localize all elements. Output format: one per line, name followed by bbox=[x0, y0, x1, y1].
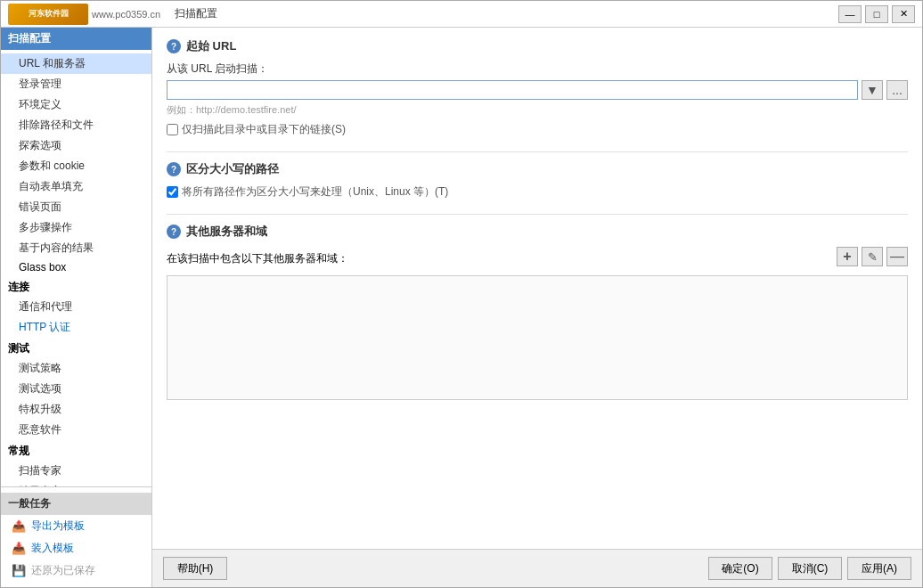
case-sensitive-icon: ? bbox=[167, 162, 181, 176]
sidebar-item-error-page[interactable]: 错误页面 bbox=[1, 197, 151, 217]
sidebar-item-url-server[interactable]: URL 和服务器 bbox=[1, 53, 151, 74]
sidebar-item-params-cookie[interactable]: 参数和 cookie bbox=[1, 156, 151, 176]
servers-field-row: 在该扫描中包含以下其他服务器和域： + ✎ — bbox=[167, 247, 908, 270]
other-servers-title: ? 其他服务器和域 bbox=[167, 224, 908, 240]
sidebar-item-glass-box[interactable]: Glass box bbox=[1, 258, 151, 276]
help-button[interactable]: 帮助(H) bbox=[163, 557, 227, 580]
restore-icon: 💾 bbox=[12, 564, 26, 578]
other-servers-icon: ? bbox=[167, 225, 181, 239]
divider-1 bbox=[167, 151, 908, 152]
titlebar-left: 河东软件园 www.pc0359.cn 扫描配置 bbox=[8, 4, 217, 25]
divider-2 bbox=[167, 214, 908, 215]
close-button[interactable]: ✕ bbox=[892, 5, 915, 23]
window-title: 扫描配置 bbox=[175, 6, 217, 21]
sidebar-item-scan-expert[interactable]: 扫描专家 bbox=[1, 461, 151, 481]
start-url-section: ? 起始 URL 从该 URL 启动扫描： ▼ ... 例如：http://de… bbox=[167, 38, 908, 137]
url-dropdown-btn[interactable]: ▼ bbox=[862, 80, 883, 100]
nav-section-connect: 连接 bbox=[1, 276, 151, 297]
other-servers-heading: 其他服务器和域 bbox=[186, 224, 267, 240]
case-sensitive-heading: 区分大小写的路径 bbox=[186, 161, 279, 177]
apply-button[interactable]: 应用(A) bbox=[847, 557, 911, 580]
sidebar-item-exclude[interactable]: 排除路径和文件 bbox=[1, 115, 151, 135]
tasks-header: 一般任务 bbox=[1, 493, 151, 515]
sidebar-item-login[interactable]: 登录管理 bbox=[1, 74, 151, 94]
load-icon: 📥 bbox=[12, 542, 26, 556]
export-icon: 📤 bbox=[12, 519, 26, 534]
restore-saved-label: 还原为已保存 bbox=[31, 563, 95, 578]
edit-server-btn[interactable]: ✎ bbox=[862, 247, 883, 266]
logo: 河东软件园 bbox=[8, 4, 88, 25]
sidebar-item-http-auth[interactable]: HTTP 认证 bbox=[1, 317, 151, 338]
add-server-btn[interactable]: + bbox=[837, 247, 858, 266]
sidebar: 扫描配置 URL 和服务器 登录管理 环境定义 排除路径和文件 探索选项 参数和… bbox=[1, 28, 152, 587]
load-template-label: 装入模板 bbox=[31, 541, 74, 556]
sidebar-item-content-result[interactable]: 基于内容的结果 bbox=[1, 238, 151, 258]
sidebar-item-auto-form[interactable]: 自动表单填充 bbox=[1, 176, 151, 197]
start-url-heading: 起始 URL bbox=[186, 38, 236, 54]
case-sensitive-row: 将所有路径作为区分大小写来处理（Unix、Linux 等）(T) bbox=[167, 184, 908, 200]
case-sensitive-title: ? 区分大小写的路径 bbox=[167, 161, 908, 177]
export-template-label: 导出为模板 bbox=[31, 519, 85, 534]
other-servers-section: ? 其他服务器和域 在该扫描中包含以下其他服务器和域： + ✎ — bbox=[167, 224, 908, 400]
export-template-item[interactable]: 📤 导出为模板 bbox=[1, 515, 151, 537]
site-url: www.pc0359.cn bbox=[92, 9, 160, 20]
sidebar-header: 扫描配置 bbox=[1, 28, 151, 50]
sidebar-item-env[interactable]: 环境定义 bbox=[1, 94, 151, 115]
nav-section-general: 常规 bbox=[1, 440, 151, 461]
servers-field-label: 在该扫描中包含以下其他服务器和域： bbox=[167, 251, 348, 266]
case-sensitive-section: ? 区分大小写的路径 将所有路径作为区分大小写来处理（Unix、Linux 等）… bbox=[167, 161, 908, 200]
remove-server-btn[interactable]: — bbox=[886, 247, 908, 266]
case-sensitive-label: 将所有路径作为区分大小写来处理（Unix、Linux 等）(T) bbox=[182, 184, 448, 200]
bottom-bar: 帮助(H) 确定(O) 取消(C) 应用(A) bbox=[152, 549, 922, 587]
start-url-input[interactable] bbox=[167, 80, 858, 100]
start-url-input-row: ▼ ... bbox=[167, 80, 908, 100]
sidebar-item-malware[interactable]: 恶意软件 bbox=[1, 420, 151, 440]
scan-links-only-row: 仅扫描此目录中或目录下的链接(S) bbox=[167, 122, 908, 137]
cancel-button[interactable]: 取消(C) bbox=[778, 557, 842, 580]
maximize-button[interactable]: □ bbox=[865, 5, 888, 23]
sidebar-item-priv-escalation[interactable]: 特权升级 bbox=[1, 399, 151, 420]
start-url-hint: 例如：http://demo.testfire.net/ bbox=[167, 103, 908, 117]
start-url-icon: ? bbox=[167, 39, 181, 53]
sidebar-nav: URL 和服务器 登录管理 环境定义 排除路径和文件 探索选项 参数和 cook… bbox=[1, 50, 151, 486]
minimize-button[interactable]: — bbox=[838, 5, 862, 23]
load-template-item[interactable]: 📥 装入模板 bbox=[1, 537, 151, 559]
restore-saved-item: 💾 还原为已保存 bbox=[1, 559, 151, 582]
servers-toolbar: + ✎ — bbox=[837, 247, 908, 266]
sidebar-item-test-strategy[interactable]: 测试策略 bbox=[1, 358, 151, 379]
sidebar-item-comm-proxy[interactable]: 通信和代理 bbox=[1, 297, 151, 317]
bottom-left: 帮助(H) bbox=[163, 557, 227, 580]
bottom-right: 确定(O) 取消(C) 应用(A) bbox=[708, 557, 911, 580]
start-url-field-label: 从该 URL 启动扫描： bbox=[167, 61, 908, 77]
sidebar-item-multi-step[interactable]: 多步骤操作 bbox=[1, 217, 151, 238]
servers-table-area bbox=[167, 275, 908, 400]
nav-section-test: 测试 bbox=[1, 338, 151, 358]
sidebar-item-test-options[interactable]: 测试选项 bbox=[1, 379, 151, 399]
panel-body: ? 起始 URL 从该 URL 启动扫描： ▼ ... 例如：http://de… bbox=[152, 28, 922, 549]
scan-links-only-checkbox[interactable] bbox=[167, 124, 178, 135]
titlebar-controls: — □ ✕ bbox=[838, 5, 915, 23]
titlebar: 河东软件园 www.pc0359.cn 扫描配置 — □ ✕ bbox=[1, 1, 922, 28]
ok-button[interactable]: 确定(O) bbox=[708, 557, 772, 580]
start-url-title: ? 起始 URL bbox=[167, 38, 908, 54]
url-file-btn[interactable]: ... bbox=[886, 80, 908, 100]
scan-links-only-label: 仅扫描此目录中或目录下的链接(S) bbox=[182, 122, 346, 137]
case-sensitive-checkbox[interactable] bbox=[167, 186, 178, 198]
sidebar-tasks: 一般任务 📤 导出为模板 📥 装入模板 💾 还原为已保存 bbox=[1, 486, 151, 587]
sidebar-item-explore[interactable]: 探索选项 bbox=[1, 135, 151, 156]
right-panel: ? 起始 URL 从该 URL 启动扫描： ▼ ... 例如：http://de… bbox=[152, 28, 922, 587]
